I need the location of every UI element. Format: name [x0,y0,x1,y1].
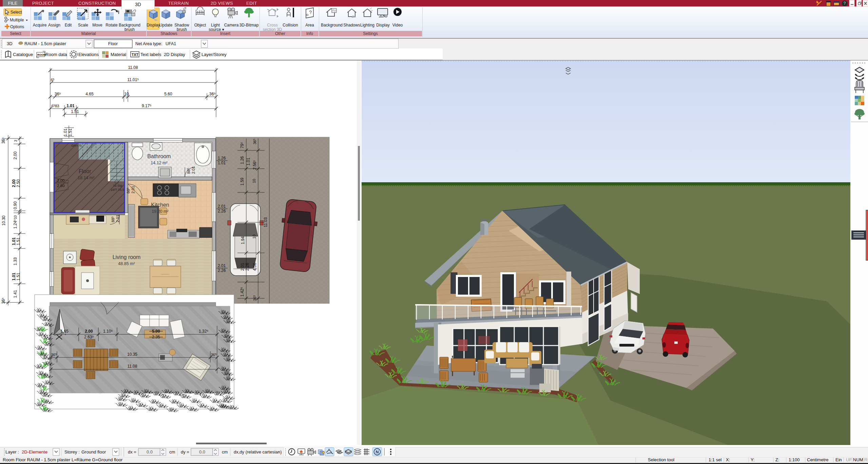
svg-text:Edit: Edit [65,23,72,27]
svg-text:Light: Light [211,23,220,27]
svg-text:brush: brush [124,27,135,32]
svg-text:Floor: Floor [108,41,118,46]
svg-text:2.26: 2.26 [218,209,226,214]
svg-text:Settings: Settings [363,31,378,36]
svg-text:2.01: 2.01 [131,186,135,193]
svg-text:Area: Area [305,23,314,27]
svg-text:1.59: 1.59 [240,178,245,186]
svg-text:Cross: Cross [267,23,277,27]
svg-text:1.51: 1.51 [16,273,21,281]
svg-text:Collision: Collision [283,23,298,27]
svg-text:2.00: 2.00 [13,151,18,160]
svg-text:UF: UF [846,457,852,462]
svg-text:NUM: NUM [853,457,863,462]
svg-text:ROOM: ROOM [37,53,46,56]
svg-text:2.00: 2.00 [57,179,64,183]
svg-text:1.41: 1.41 [13,290,18,298]
svg-text:Background: Background [321,23,343,27]
svg-text:cm: cm [169,449,175,454]
svg-text:Insert: Insert [220,31,231,36]
svg-text:2.01: 2.01 [218,204,226,209]
svg-text:TXT: TXT [132,53,138,57]
svg-text:6583: 6583 [52,104,59,108]
svg-text:2.00: 2.00 [12,179,16,187]
svg-text:2.26: 2.26 [218,268,226,273]
svg-text:Layer/Storey: Layer/Storey [201,52,227,57]
svg-text:Background: Background [119,23,140,27]
svg-text:Layer :: Layer : [5,449,19,454]
svg-text:Scale: Scale [78,23,88,27]
svg-text:N: N [375,449,379,454]
svg-text:1.01: 1.01 [12,273,16,281]
svg-text:Multiple: Multiple [10,18,24,22]
svg-text:1.65: 1.65 [60,329,69,334]
svg-text:dy =: dy = [181,449,189,454]
svg-text:Material: Material [81,31,96,36]
svg-text:cm: cm [222,449,228,454]
svg-text:2.00: 2.00 [85,329,93,334]
svg-text:source ▾: source ▾ [209,27,224,32]
svg-text:Info: Info [306,31,313,36]
svg-text:Net Area type:: Net Area type: [135,41,162,46]
svg-text:11.08: 11.08 [127,364,137,369]
svg-text:Storey :: Storey : [64,449,80,454]
svg-text:Select: Select [10,31,21,36]
svg-text:1.01: 1.01 [218,161,226,165]
svg-text:10: 10 [252,179,256,183]
svg-text:RF: RF [864,457,868,462]
svg-text:dx,dy (relative cartesian): dx,dy (relative cartesian) [234,449,282,454]
svg-text:Object: Object [194,23,206,27]
svg-text:2.26: 2.26 [245,263,250,271]
svg-text:2.80: 2.80 [57,184,64,188]
svg-text:14.12 m²: 14.12 m² [151,161,167,165]
svg-text:1.01: 1.01 [246,157,251,166]
svg-text:11.015: 11.015 [127,77,139,82]
svg-text:1.94: 1.94 [240,236,245,244]
svg-text:10: 10 [14,215,17,219]
svg-text:1:1 sel: 1:1 sel [709,457,721,462]
svg-text:11.03: 11.03 [263,217,268,227]
svg-text:Living room: Living room [113,254,141,260]
svg-text:2D-Elemente: 2D-Elemente [22,449,47,454]
svg-text:Z:: Z: [775,457,779,462]
svg-text:19.20 m²: 19.20 m² [152,209,168,214]
svg-text:UFA1: UFA1 [166,41,176,46]
svg-text:3D-Bitmap: 3D-Bitmap [239,23,259,27]
svg-text:Display: Display [376,23,389,27]
svg-text:1.26: 1.26 [240,156,245,164]
svg-text:1.26: 1.26 [218,156,226,161]
svg-text:48.85 m²: 48.85 m² [118,261,135,266]
svg-text:1.33: 1.33 [13,257,18,265]
svg-text:10.35: 10.35 [127,352,137,357]
svg-text:Lighting: Lighting [360,23,374,27]
svg-text:Move: Move [92,23,102,27]
svg-text:4.06: 4.06 [252,263,257,271]
svg-text:1.51: 1.51 [16,237,21,245]
svg-text:10: 10 [252,235,256,239]
svg-text:?: ? [844,1,846,6]
svg-text:dx =: dx = [128,449,136,454]
svg-text:Acquire: Acquire [33,23,47,27]
svg-text:Display: Display [147,23,160,27]
svg-text:RAUM - 1.5cm plaster: RAUM - 1.5cm plaster [24,41,66,46]
svg-text:Camera: Camera [224,23,239,27]
svg-text:Elevations: Elevations [78,52,99,57]
svg-text:4.65: 4.65 [85,92,94,96]
svg-text:1:100: 1:100 [789,457,800,462]
svg-text:Assign: Assign [48,23,60,27]
svg-text:0.0: 0.0 [199,449,205,454]
svg-text:Shadow: Shadow [174,23,189,27]
svg-text:Shadows: Shadows [343,23,360,27]
svg-text:Selection tool: Selection tool [648,457,674,462]
svg-text:3D: 3D [7,41,13,46]
svg-text:1.01: 1.01 [63,128,68,136]
svg-text:Ein: Ein [835,457,842,462]
svg-text:Shadows: Shadows [160,31,177,36]
svg-text:Video: Video [392,23,403,27]
svg-text:1.01: 1.01 [12,237,16,245]
svg-text:Room data: Room data [45,52,67,57]
svg-text:Y:: Y: [751,457,755,462]
svg-text:Ground floor: Ground floor [81,449,106,454]
svg-text:2.50: 2.50 [16,179,21,187]
svg-text:18.14 m²: 18.14 m² [78,175,94,180]
